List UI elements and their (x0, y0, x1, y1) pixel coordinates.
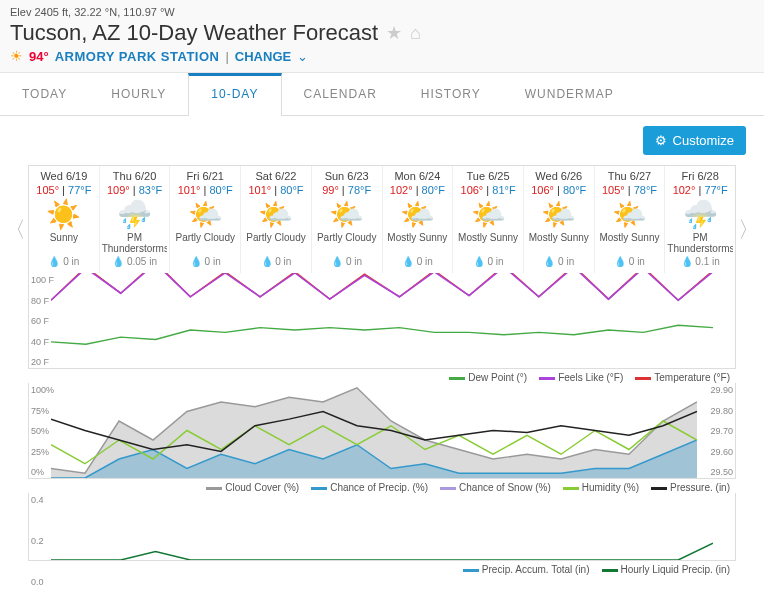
axis-label: 29.50 (710, 467, 733, 477)
day-card[interactable]: Thu 6/27 105° | 78°F 🌤️ Mostly Sunny 💧 0… (595, 166, 666, 273)
day-date: Fri 6/28 (667, 170, 733, 182)
day-date: Tue 6/25 (455, 170, 521, 182)
weather-icon: 🌤️ (455, 198, 521, 230)
legend-item: Precip. Accum. Total (in) (463, 564, 590, 575)
day-card[interactable]: Wed 6/26 106° | 80°F 🌤️ Mostly Sunny 💧 0… (524, 166, 595, 273)
condition-text: Partly Cloudy (314, 232, 380, 254)
weather-icon: 🌤️ (597, 198, 663, 230)
gear-icon: ⚙ (655, 133, 667, 148)
station-link[interactable]: ARMORY PARK STATION (55, 49, 220, 64)
drop-icon: 💧 (473, 256, 485, 267)
low-temp: 80°F (422, 184, 445, 196)
legend-item: Feels Like (°F) (539, 372, 623, 383)
page-header: Elev 2405 ft, 32.22 °N, 110.97 °W Tucson… (0, 0, 764, 73)
tab-today[interactable]: TODAY (0, 73, 89, 115)
tab-calendar[interactable]: CALENDAR (282, 73, 399, 115)
high-temp: 101° (248, 184, 271, 196)
high-temp: 105° (36, 184, 59, 196)
weather-icon: 🌤️ (314, 198, 380, 230)
low-temp: 77°F (68, 184, 91, 196)
temperature-chart: 100 F80 F60 F40 F20 F (28, 273, 736, 369)
legend-item: Chance of Precip. (%) (311, 482, 428, 493)
drop-icon: 💧 (112, 256, 124, 267)
day-date: Thu 6/20 (102, 170, 168, 182)
humidity-chart: 100%75%50%25%0%29.9029.8029.7029.6029.50 (28, 383, 736, 479)
day-card[interactable]: Fri 6/28 102° | 77°F ⛈️ PM Thunderstorms… (665, 166, 735, 273)
day-card[interactable]: Thu 6/20 109° | 83°F ⛈️ PM Thunderstorms… (100, 166, 171, 273)
precip-text: 💧 0 in (455, 256, 521, 267)
day-date: Wed 6/19 (31, 170, 97, 182)
favorite-star-icon[interactable]: ★ (386, 22, 402, 44)
forecast-days: Wed 6/19 105° | 77°F ☀️ Sunny 💧 0 inThu … (28, 165, 736, 273)
current-temp: 94° (29, 49, 49, 64)
drop-icon: 💧 (190, 256, 202, 267)
tab-history[interactable]: HISTORY (399, 73, 503, 115)
condition-text: Mostly Sunny (597, 232, 663, 254)
high-temp: 109° (107, 184, 130, 196)
condition-text: Partly Cloudy (243, 232, 309, 254)
precip-text: 💧 0 in (31, 256, 97, 267)
chevron-down-icon[interactable]: ⌄ (297, 49, 308, 64)
page-title: Tucson, AZ 10-Day Weather Forecast (10, 20, 378, 46)
sun-icon: ☀ (10, 48, 23, 64)
weather-icon: 🌤️ (526, 198, 592, 230)
precip-text: 💧 0.05 in (102, 256, 168, 267)
axis-label: 0.0 (31, 577, 44, 587)
axis-label: 29.70 (710, 426, 733, 436)
legend-item: Cloud Cover (%) (206, 482, 299, 493)
weather-icon: 🌤️ (243, 198, 309, 230)
day-date: Wed 6/26 (526, 170, 592, 182)
precip-text: 💧 0 in (526, 256, 592, 267)
axis-label: 20 F (31, 357, 49, 367)
customize-button[interactable]: ⚙ Customize (643, 126, 746, 155)
tab-hourly[interactable]: HOURLY (89, 73, 188, 115)
drop-icon: 💧 (261, 256, 273, 267)
legend-temperature: Dew Point (°)Feels Like (°F)Temperature … (28, 369, 736, 383)
day-card[interactable]: Tue 6/25 106° | 81°F 🌤️ Mostly Sunny 💧 0… (453, 166, 524, 273)
legend-item: Hourly Liquid Precip. (in) (602, 564, 731, 575)
low-temp: 80°F (209, 184, 232, 196)
day-date: Fri 6/21 (172, 170, 238, 182)
precip-text: 💧 0 in (314, 256, 380, 267)
low-temp: 80°F (563, 184, 586, 196)
day-date: Sun 6/23 (314, 170, 380, 182)
change-station-link[interactable]: CHANGE (235, 49, 291, 64)
condition-text: PM Thunderstorms (667, 232, 733, 254)
axis-label: 40 F (31, 337, 49, 347)
condition-text: Mostly Sunny (526, 232, 592, 254)
weather-icon: ⛈️ (667, 198, 733, 230)
day-card[interactable]: Sat 6/22 101° | 80°F 🌤️ Partly Cloudy 💧 … (241, 166, 312, 273)
day-card[interactable]: Wed 6/19 105° | 77°F ☀️ Sunny 💧 0 in (29, 166, 100, 273)
axis-label: 80 F (31, 296, 49, 306)
axis-label: 0.4 (31, 495, 44, 505)
legend-precip: Precip. Accum. Total (in)Hourly Liquid P… (28, 561, 736, 575)
drop-icon: 💧 (48, 256, 60, 267)
day-card[interactable]: Fri 6/21 101° | 80°F 🌤️ Partly Cloudy 💧 … (170, 166, 241, 273)
precip-text: 💧 0 in (385, 256, 451, 267)
prev-arrow-icon[interactable]: 〈 (4, 215, 26, 245)
drop-icon: 💧 (543, 256, 555, 267)
legend-humidity: Cloud Cover (%)Chance of Precip. (%)Chan… (28, 479, 736, 493)
precip-chart: 0.40.20.0 (28, 493, 736, 561)
drop-icon: 💧 (614, 256, 626, 267)
high-temp: 102° (390, 184, 413, 196)
high-temp: 102° (673, 184, 696, 196)
axis-label: 0% (31, 467, 44, 477)
legend-item: Pressure. (in) (651, 482, 730, 493)
axis-label: 29.60 (710, 447, 733, 457)
high-temp: 106° (531, 184, 554, 196)
tab-wundermap[interactable]: WUNDERMAP (503, 73, 636, 115)
day-card[interactable]: Sun 6/23 99° | 78°F 🌤️ Partly Cloudy 💧 0… (312, 166, 383, 273)
legend-item: Dew Point (°) (449, 372, 527, 383)
axis-label: 25% (31, 447, 49, 457)
day-date: Sat 6/22 (243, 170, 309, 182)
axis-label: 60 F (31, 316, 49, 326)
precip-text: 💧 0 in (243, 256, 309, 267)
home-icon[interactable]: ⌂ (410, 23, 421, 44)
high-temp: 101° (178, 184, 201, 196)
next-arrow-icon[interactable]: 〉 (738, 215, 760, 245)
day-card[interactable]: Mon 6/24 102° | 80°F 🌤️ Mostly Sunny 💧 0… (383, 166, 454, 273)
weather-icon: 🌤️ (385, 198, 451, 230)
tab-10day[interactable]: 10-DAY (188, 73, 281, 116)
low-temp: 80°F (280, 184, 303, 196)
